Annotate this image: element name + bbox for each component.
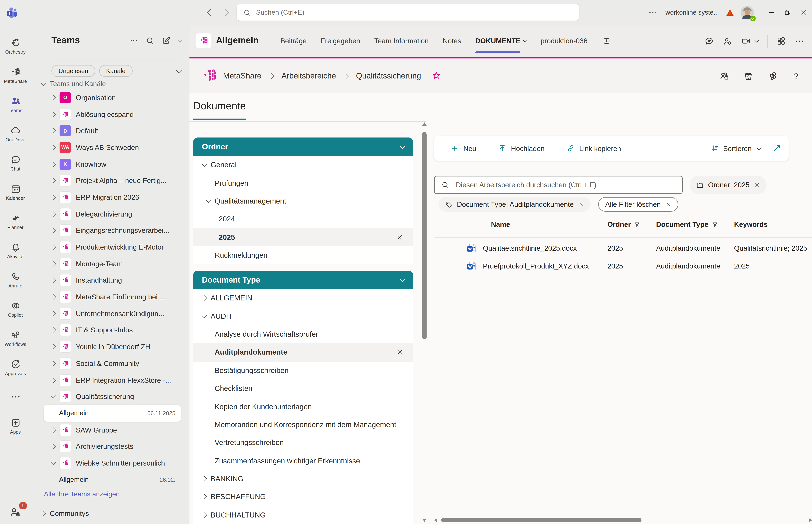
- column-header-keywords[interactable]: Keywords: [734, 220, 768, 228]
- tree-item-banking[interactable]: BANKING: [193, 470, 413, 488]
- tab-dokumente[interactable]: DOKUMENTE: [475, 37, 526, 45]
- add-people-icon[interactable]: [723, 36, 732, 46]
- restore-button[interactable]: [780, 0, 796, 25]
- favorite-star-icon[interactable]: [431, 71, 441, 81]
- doctype-panel-header[interactable]: Document Type: [193, 271, 413, 289]
- column-header-document-type[interactable]: Document Type: [656, 220, 718, 228]
- tab-freigegeben[interactable]: Freigegeben: [321, 37, 360, 45]
- sidebar-team-it-support-infos[interactable]: IT & Support-Infos: [31, 322, 189, 339]
- sidebar-channel-allgemein[interactable]: Allgemein26.02.: [44, 471, 181, 488]
- apps-grid-icon[interactable]: [776, 36, 786, 46]
- rail-item-more[interactable]: [0, 382, 31, 411]
- metashare-logo-icon[interactable]: [200, 67, 219, 85]
- filter-chip-document-type[interactable]: Document Type: Auditplandokumente: [438, 197, 591, 212]
- rail-item-teams[interactable]: Teams: [0, 90, 31, 119]
- remove-filter-icon[interactable]: [396, 234, 403, 241]
- nav-forward-icon[interactable]: [221, 7, 232, 18]
- channel-title[interactable]: Allgemein: [216, 35, 259, 46]
- minimize-button[interactable]: [763, 0, 780, 25]
- workspace-search-input[interactable]: [455, 180, 682, 190]
- breadcrumb-metashare[interactable]: MetaShare: [223, 71, 262, 80]
- sidebar-compose-chevron-icon[interactable]: [177, 37, 183, 43]
- chip-remove-icon[interactable]: [578, 201, 584, 207]
- sidebar-team-montage-team[interactable]: Montage-Team: [31, 256, 189, 272]
- rail-item-aktivität[interactable]: Aktivität: [0, 236, 31, 265]
- sidebar-team-qualit-tssicherung[interactable]: Qualitätssicherung: [31, 388, 189, 405]
- tree-item-2024[interactable]: 2024: [193, 210, 413, 228]
- filter-pill-unread[interactable]: Ungelesen: [51, 65, 95, 77]
- column-header-name[interactable]: Name: [491, 220, 510, 228]
- tree-item-qualit-tsmanagement[interactable]: Qualitätsmanagement: [193, 192, 413, 210]
- sidebar-team-projekt-alpha-neue-fertig-[interactable]: Projekt Alpha – neue Fertig...: [31, 172, 189, 189]
- workspace-search[interactable]: [434, 176, 683, 194]
- tree-item-pr-fungen[interactable]: Prüfungen: [193, 174, 413, 192]
- sidebar-team-archivierungstests[interactable]: Archivierungstests: [31, 438, 189, 455]
- sidebar-team-metashare-einf-hrung-bei-[interactable]: MetaShare Einführung bei ...: [31, 289, 189, 305]
- sidebar-more-icon[interactable]: [129, 36, 138, 45]
- section-teams-und-kanaele[interactable]: Teams und Kanäle: [42, 80, 106, 88]
- toolbar-link-kopieren-button[interactable]: Link kopieren: [566, 144, 621, 153]
- tree-item-kopien-der-kundenunterlagen[interactable]: Kopien der Kundenunterlagen: [193, 397, 413, 415]
- titlebar-more-icon[interactable]: [648, 7, 658, 17]
- add-tab-icon[interactable]: [603, 37, 611, 45]
- chip-remove-icon[interactable]: [754, 182, 760, 188]
- scroll-left-icon[interactable]: [434, 518, 437, 522]
- tree-item-buchhaltung[interactable]: BUCHHALTUNG: [193, 506, 413, 524]
- avatar[interactable]: [740, 5, 755, 20]
- tab-notes[interactable]: Notes: [443, 37, 461, 45]
- meet-video-icon[interactable]: [741, 36, 751, 46]
- sidebar-team-erp-integration-flexxstore-[interactable]: ERP Integration FlexxStore -...: [31, 372, 189, 388]
- expand-view-icon[interactable]: [773, 144, 781, 153]
- rail-item-onedrive[interactable]: OneDrive: [0, 119, 31, 148]
- tree-item-beschaffung[interactable]: BESCHAFFUNG: [193, 488, 413, 506]
- horizontal-scrollbar[interactable]: [433, 518, 812, 523]
- help-icon[interactable]: [791, 71, 801, 81]
- rail-item-workflows[interactable]: Workflows: [0, 324, 31, 353]
- sidebar-team-belegarchivierung[interactable]: Belegarchivierung: [31, 206, 189, 222]
- tab-team-information[interactable]: Team Information: [374, 37, 429, 45]
- tree-item-2025[interactable]: 2025: [193, 228, 413, 246]
- warning-icon[interactable]: [725, 8, 734, 17]
- rail-item-kalender[interactable]: Kalender: [0, 178, 31, 207]
- sidebar-compose-icon[interactable]: [162, 36, 170, 45]
- tree-item-best-tigungsschreiben[interactable]: Bestätigungsschreiben: [193, 361, 413, 379]
- rail-item-metashare[interactable]: MetaShare: [0, 61, 31, 90]
- sidebar-team-eingangsrechnungsverarbei-[interactable]: Eingangsrechnungsverarbei...: [31, 222, 189, 239]
- rail-item-copilot[interactable]: Copilot: [0, 294, 31, 324]
- rail-item-anrufe[interactable]: Anrufe: [0, 265, 31, 294]
- permissions-icon[interactable]: [719, 71, 730, 81]
- nav-back-icon[interactable]: [204, 7, 215, 18]
- sidebar-team-social-community[interactable]: Social & Community: [31, 355, 189, 372]
- rail-item-approvals[interactable]: Approvals: [0, 353, 31, 382]
- sidebar-team-produktentwicklung-e-motor[interactable]: Produktentwicklung E-Motor: [31, 239, 189, 256]
- sidebar-team-instandhaltung[interactable]: Instandhaltung: [31, 272, 189, 289]
- sidebar-team-default[interactable]: DDefault: [31, 122, 189, 139]
- tree-item-general[interactable]: General: [193, 156, 413, 174]
- tree-item-memoranden-und-korrespondenz-mit-dem-management[interactable]: Memoranden und Korrespondenz mit dem Man…: [193, 415, 413, 433]
- recycle-bin-icon[interactable]: [743, 71, 753, 81]
- tab-beitr-ge[interactable]: Beiträge: [280, 37, 306, 45]
- rail-item-chat[interactable]: Chat: [0, 148, 31, 178]
- sidebar-search-icon[interactable]: [146, 36, 154, 45]
- sidebar-channel-allgemein[interactable]: Allgemein06.11.2025: [44, 405, 181, 422]
- communities-item[interactable]: Communitys: [42, 509, 89, 518]
- sort-button[interactable]: Sortieren: [711, 144, 761, 153]
- global-search[interactable]: Suchen (Ctrl+E): [236, 4, 579, 20]
- sidebar-team-knowhow[interactable]: KKnowhow: [31, 156, 189, 172]
- clear-all-filters-chip[interactable]: Alle Filter löschen: [598, 197, 678, 212]
- tree-item-analyse-durch-wirtschaftspr-fer[interactable]: Analyse durch Wirtschaftsprüfer: [193, 325, 413, 343]
- chip-remove-icon[interactable]: [665, 201, 671, 207]
- remove-filter-icon[interactable]: [396, 349, 403, 356]
- sidebar-team-ways-ab-schweden[interactable]: WAWays AB Schweden: [31, 139, 189, 156]
- sidebar-team-saw-gruppe[interactable]: SAW Gruppe: [31, 422, 189, 438]
- folders-panel-header[interactable]: Ordner: [193, 137, 413, 156]
- breadcrumb-qualitaetssicherung[interactable]: Qualitätssicherung: [356, 71, 421, 80]
- tree-item-allgemein[interactable]: ALLGEMEIN: [193, 289, 413, 307]
- rail-item-orchestry[interactable]: Orchestry: [0, 31, 31, 61]
- scroll-right-icon[interactable]: [809, 518, 812, 522]
- sidebar-team-abl-sung-ecspand[interactable]: Ablösung ecspand: [31, 106, 189, 122]
- scroll-up-icon[interactable]: [422, 122, 427, 126]
- sidebar-team-wiebke-schmitter-pers-nlich[interactable]: Wiebke Schmitter persönlich: [31, 455, 189, 471]
- sidebar-team-unternehmensank-ndigun-[interactable]: Unternehmensankündigun...: [31, 305, 189, 322]
- vertical-scrollbar-thumb[interactable]: [422, 132, 427, 340]
